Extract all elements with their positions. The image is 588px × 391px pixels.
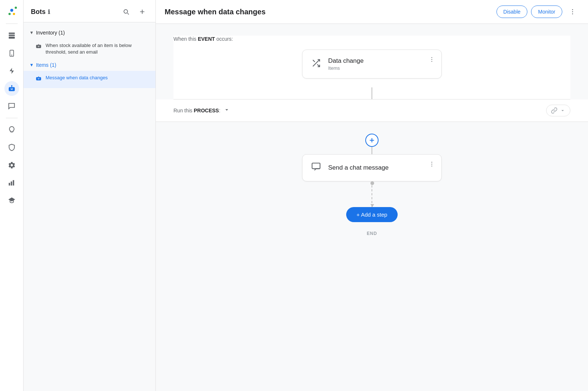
header-actions: Disable Monitor xyxy=(496,5,579,18)
chevron-inventory-icon: ▼ xyxy=(29,30,34,35)
svg-rect-4 xyxy=(8,35,15,36)
add-step-button[interactable]: + Add a step xyxy=(346,207,398,222)
settings-rail-icon[interactable] xyxy=(4,158,19,173)
svg-rect-23 xyxy=(38,47,40,47)
header-more-button[interactable] xyxy=(566,5,579,18)
svg-rect-28 xyxy=(38,79,40,79)
process-link-button[interactable] xyxy=(546,105,570,116)
event-section-label: When this EVENT occurs: xyxy=(173,36,233,42)
svg-rect-16 xyxy=(8,183,10,185)
svg-rect-21 xyxy=(38,46,39,46)
main-header: Message when data changes Disable Monito… xyxy=(156,0,588,24)
group-items-label: Items (1) xyxy=(36,62,56,68)
graduation-rail-icon[interactable] xyxy=(4,193,19,208)
list-item-message-bot[interactable]: Message when data changes xyxy=(24,71,155,88)
inventory-bot-label: When stock available of an item is below… xyxy=(46,42,150,55)
bulb-rail-icon[interactable] xyxy=(4,123,19,137)
chat-message-icon xyxy=(311,162,321,174)
table-rail-icon[interactable] xyxy=(4,28,19,43)
svg-rect-27 xyxy=(39,78,40,79)
group-header-inventory[interactable]: ▼ Inventory (1) xyxy=(24,27,155,39)
svg-rect-5 xyxy=(8,37,15,39)
sidebar-content: ▼ Inventory (1) When stock available of … xyxy=(24,22,155,391)
sidebar-search-button[interactable] xyxy=(120,6,132,18)
list-item-inventory-bot[interactable]: When stock available of an item is below… xyxy=(24,39,155,59)
svg-rect-11 xyxy=(12,88,12,89)
svg-rect-3 xyxy=(8,33,15,34)
svg-point-34 xyxy=(431,59,432,60)
group-inventory-label: Inventory (1) xyxy=(36,30,65,36)
bot-item-active-icon xyxy=(35,75,42,84)
svg-point-30 xyxy=(572,9,573,10)
svg-point-32 xyxy=(572,14,573,15)
page-title: Message when data changes xyxy=(165,8,266,16)
svg-rect-12 xyxy=(11,89,13,90)
svg-marker-8 xyxy=(10,68,14,74)
monitor-button[interactable]: Monitor xyxy=(531,6,562,18)
svg-rect-17 xyxy=(11,181,12,185)
process-card-more-button[interactable] xyxy=(427,159,437,169)
shuffle-icon xyxy=(311,58,321,70)
svg-point-1 xyxy=(8,13,11,15)
svg-rect-10 xyxy=(11,88,11,89)
sidebar-header: Bots ℹ xyxy=(24,0,155,22)
event-card-subtitle: Items xyxy=(328,65,433,71)
disable-button[interactable]: Disable xyxy=(496,6,528,18)
svg-rect-29 xyxy=(38,76,39,77)
svg-rect-26 xyxy=(38,78,39,79)
rail-divider-2 xyxy=(6,118,18,118)
mobile-rail-icon[interactable] xyxy=(4,46,19,61)
svg-rect-18 xyxy=(12,180,14,186)
svg-point-31 xyxy=(572,11,573,12)
svg-point-7 xyxy=(11,55,12,56)
svg-marker-19 xyxy=(8,198,15,202)
bot-rail-icon[interactable] xyxy=(4,81,19,96)
event-card[interactable]: Data change Items xyxy=(302,50,442,79)
chat-rail-icon[interactable] xyxy=(4,99,19,113)
app-logo-icon[interactable] xyxy=(4,4,19,19)
items-bot-label: Message when data changes xyxy=(46,75,108,81)
event-card-text: Data change Items xyxy=(328,57,433,71)
shield-rail-icon[interactable] xyxy=(4,140,19,155)
svg-point-0 xyxy=(10,9,13,12)
canvas-area: When this EVENT occurs: Data change Item… xyxy=(156,24,588,391)
end-label: END xyxy=(367,231,377,236)
sidebar-title: Bots ℹ xyxy=(31,8,50,16)
process-step-card[interactable]: Send a chat message xyxy=(302,154,442,181)
analytics-rail-icon[interactable] xyxy=(4,175,19,190)
svg-rect-36 xyxy=(312,163,320,169)
process-card-title: Send a chat message xyxy=(328,164,433,171)
event-card-title: Data change xyxy=(328,57,433,65)
process-section-label: Run this PROCESS: xyxy=(173,106,230,115)
process-card-text: Send a chat message xyxy=(328,164,433,171)
sidebar: Bots ℹ ▼ Inventory (1) xyxy=(24,0,156,391)
svg-point-39 xyxy=(431,166,432,166)
lightning-rail-icon[interactable] xyxy=(4,64,19,78)
main-content: Message when data changes Disable Monito… xyxy=(156,0,588,391)
status-badge xyxy=(14,6,18,10)
event-card-more-button[interactable] xyxy=(427,54,437,65)
sidebar-title-text: Bots xyxy=(31,8,46,16)
sidebar-info-icon[interactable]: ℹ xyxy=(48,8,50,15)
svg-point-33 xyxy=(431,57,432,58)
group-header-items[interactable]: ▼ Items (1) xyxy=(24,59,155,71)
sidebar-add-button[interactable] xyxy=(136,6,148,18)
svg-rect-22 xyxy=(39,46,40,46)
svg-point-38 xyxy=(431,164,432,164)
sidebar-actions xyxy=(120,6,148,18)
svg-rect-24 xyxy=(38,44,39,45)
chevron-items-icon: ▼ xyxy=(29,62,34,68)
svg-point-14 xyxy=(11,85,12,86)
svg-rect-9 xyxy=(8,87,15,91)
svg-rect-15 xyxy=(11,132,13,133)
svg-point-35 xyxy=(431,61,432,62)
add-before-step-button[interactable] xyxy=(365,134,379,147)
icon-rail xyxy=(0,0,24,391)
bot-item-icon xyxy=(35,43,42,52)
rail-divider-1 xyxy=(6,23,18,24)
svg-point-2 xyxy=(13,13,15,15)
process-dropdown-button[interactable] xyxy=(223,106,230,115)
svg-point-37 xyxy=(431,162,432,163)
